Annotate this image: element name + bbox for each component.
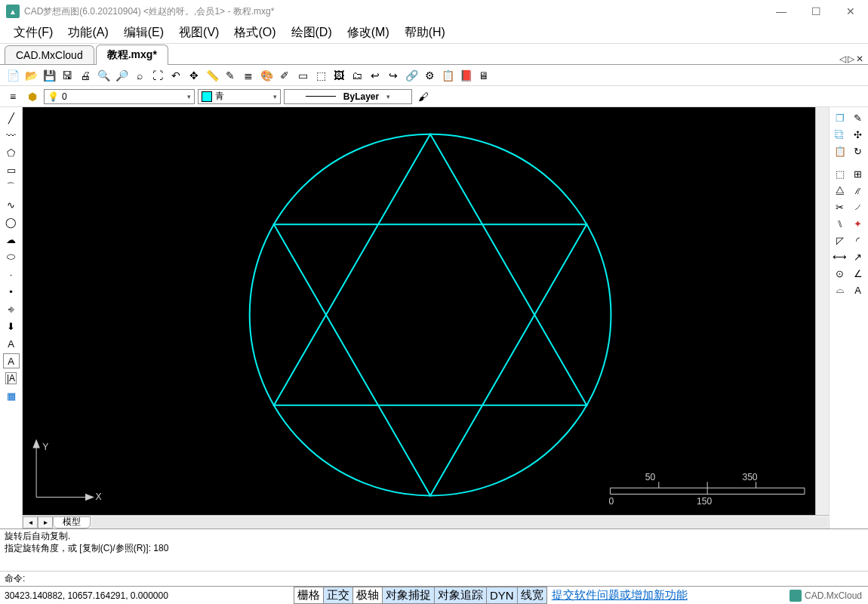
tool10-icon[interactable]: 🖥 [476,67,492,84]
color-icon[interactable]: 🎨 [258,67,275,84]
pdf-icon[interactable]: 📕 [457,67,474,84]
copy2-icon[interactable]: ⿻ [832,127,848,142]
fillet-icon[interactable]: ◜ [850,233,866,248]
copy-icon[interactable]: ❐ [832,110,848,125]
status-lwt-button[interactable]: 线宽 [517,587,547,604]
tab-cloud[interactable]: CAD.MxCloud [5,45,94,64]
command-input-row[interactable]: 命令: [0,571,868,586]
break-icon[interactable]: ⑊ [832,216,848,231]
drawing-canvas[interactable]: Y X 50 350 0 150 [23,107,815,515]
chamfer-icon[interactable]: ◸ [832,233,848,248]
mirror-icon[interactable]: ⧋ [832,183,848,198]
array-icon[interactable]: ⊞ [850,166,866,181]
block-icon[interactable]: ⎆ [3,301,20,316]
point-icon[interactable]: · [3,267,20,282]
status-osnap-button[interactable]: 对象捕捉 [382,587,435,604]
menu-help[interactable]: 帮助(H) [397,22,453,44]
zoom-in-icon[interactable]: 🔍 [95,67,112,84]
horizontal-scrollbar[interactable] [92,517,827,528]
zoom-out-icon[interactable]: 🔎 [113,67,130,84]
menu-format[interactable]: 格式(O) [226,22,283,44]
extend-icon[interactable]: ⟋ [850,199,866,214]
ellipse-icon[interactable]: ⬭ [3,249,20,264]
erase-icon[interactable]: ✎ [850,110,866,125]
dim-angle-icon[interactable]: ∠ [850,266,866,281]
menu-draw[interactable]: 绘图(D) [284,22,340,44]
print-icon[interactable]: 🖨 [77,67,94,84]
menu-func[interactable]: 功能(A) [60,22,115,44]
dim-linear-icon[interactable]: ⟷ [832,249,848,264]
color-combo[interactable]: 青 ▾ [198,89,281,104]
zoom-extents-icon[interactable]: ⛶ [149,67,166,84]
tool1-icon[interactable]: ✎ [222,67,239,84]
pan-icon[interactable]: ✥ [186,67,202,84]
polygon-icon[interactable]: ⬠ [3,145,20,160]
save-icon[interactable]: 💾 [41,67,57,84]
line-icon[interactable]: ╱ [3,110,20,125]
tool8-icon[interactable]: ⚙ [421,67,438,84]
trim-icon[interactable]: ✂ [832,199,848,214]
insert-icon[interactable]: ⬇ [3,319,20,334]
menu-modify[interactable]: 修改(M) [340,22,397,44]
layer-mgr-icon[interactable]: ≡ [5,88,21,105]
mtext-icon[interactable]: A [3,353,20,368]
select-icon[interactable]: ⬚ [832,166,848,181]
move-icon[interactable]: ✣ [850,127,866,142]
linetype-combo[interactable]: ByLayer ▾ [284,89,412,104]
polyline-icon[interactable]: 〰 [3,128,20,143]
undo-icon[interactable]: ↩ [367,67,383,84]
zoom-prev-icon[interactable]: ↶ [168,67,184,84]
menu-view[interactable]: 视图(V) [171,22,226,44]
tool4-icon[interactable]: ⬚ [312,67,329,84]
text-tool-icon[interactable]: A [850,282,866,297]
tab-scroll-left-icon[interactable]: ◁ [839,54,846,64]
tool3-icon[interactable]: ▭ [294,67,311,84]
explode-icon[interactable]: ✦ [850,216,866,231]
offset-icon[interactable]: ⫽ [850,183,866,198]
menu-file[interactable]: 文件(F) [6,22,60,44]
brush-icon[interactable]: 🖌 [415,88,432,105]
rotate-icon[interactable]: ↻ [850,143,866,159]
open-icon[interactable]: 📂 [23,67,39,84]
paste-icon[interactable]: 📋 [832,143,848,159]
mtext2-icon[interactable]: |A [3,371,20,386]
tool5-icon[interactable]: 🖼 [331,67,347,84]
minimize-button[interactable]: ― [764,0,799,23]
status-polar-button[interactable]: 极轴 [352,587,383,604]
zoom-window-icon[interactable]: ⌕ [131,67,148,84]
vertical-scrollbar[interactable] [815,107,829,515]
model-tab[interactable]: 模型 [53,516,91,528]
close-button[interactable]: ✕ [833,0,868,23]
status-ortho-button[interactable]: 正交 [323,587,353,604]
status-otrack-button[interactable]: 对象追踪 [434,587,487,604]
layer-state-icon[interactable]: ⬢ [24,88,41,105]
dim-arc-icon[interactable]: ⌓ [832,282,848,297]
arc-icon[interactable]: ⌒ [3,180,20,195]
status-grid-button[interactable]: 栅格 [294,587,324,604]
tool2-icon[interactable]: ✐ [276,67,293,84]
tab-nav-right[interactable]: ▸ [38,516,53,528]
hatch-icon[interactable]: ▦ [3,388,20,403]
tool9-icon[interactable]: 📋 [439,67,456,84]
rectangle-icon[interactable]: ▭ [3,162,20,177]
status-dyn-button[interactable]: DYN [486,587,518,604]
layers-icon[interactable]: ≣ [240,67,257,84]
maximize-button[interactable]: ☐ [799,0,833,23]
tab-scroll-right-icon[interactable]: ▷ [848,54,854,64]
feedback-link[interactable]: 提交软件问题或增加新功能 [552,588,688,602]
tab-nav-left[interactable]: ◂ [23,516,38,528]
new-icon[interactable]: 📄 [5,67,21,84]
circle-icon[interactable]: ◯ [3,214,20,230]
menu-edit[interactable]: 编辑(E) [116,22,171,44]
tab-close-icon[interactable]: ✕ [856,54,863,64]
text-icon[interactable]: A [3,336,20,351]
tab-active-doc[interactable]: 教程.mxg* [96,45,168,65]
dim-aligned-icon[interactable]: ↗ [850,249,866,264]
point2-icon[interactable]: • [3,284,20,299]
tool7-icon[interactable]: 🔗 [403,67,420,84]
measure-icon[interactable]: 📏 [204,67,220,84]
redo-icon[interactable]: ↪ [385,67,402,84]
tool6-icon[interactable]: 🗂 [349,67,365,84]
revcloud-icon[interactable]: ☁ [3,232,20,247]
spline-icon[interactable]: ∿ [3,197,20,212]
